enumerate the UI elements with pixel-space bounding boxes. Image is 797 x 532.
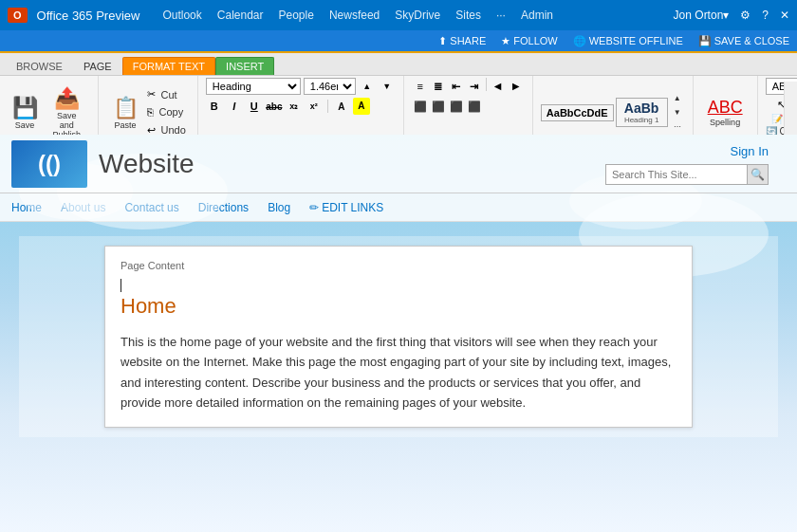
abc-button[interactable]: abc [266, 98, 283, 115]
styles-down-arrow[interactable]: ▼ [670, 106, 685, 119]
ribbon-tabs: BROWSE PAGE FORMAT TEXT INSERT [0, 53, 797, 76]
style-heading1-label: AaBb [624, 101, 659, 116]
content-heading: Home [120, 294, 677, 319]
paste-button[interactable]: 📋 Paste [106, 91, 145, 135]
nav-sites[interactable]: Sites [455, 9, 481, 22]
nav-admin[interactable]: Admin [521, 9, 553, 22]
copy-button[interactable]: Copy [156, 104, 188, 119]
search-bar: 🔍 [605, 164, 769, 185]
style-heading1[interactable]: AaBb Heading 1 [616, 98, 668, 127]
save-button[interactable]: 💾 Save [8, 91, 42, 135]
font-size-select[interactable]: 1.46em· [304, 78, 356, 95]
clipboard-small-buttons: ✂ Cut ⎘ Copy ↩ Undo [147, 86, 190, 139]
nav-people[interactable]: People [279, 9, 314, 22]
underline-button[interactable]: U [246, 98, 263, 115]
nav-about[interactable]: About us [61, 201, 105, 214]
help-icon[interactable]: ? [762, 9, 769, 22]
styles-arrows: ▲ ▼ ⋯ [670, 92, 685, 133]
align-right-button[interactable]: ⬛ [448, 98, 465, 115]
nav-newsfeed[interactable]: Newsfeed [329, 9, 380, 22]
offline-label: WEBSITE OFFLINE [589, 35, 683, 46]
save-close-icon: 💾 [698, 35, 712, 47]
spelling-button[interactable]: ABC Spelling [701, 93, 750, 132]
italic-button[interactable]: I [226, 98, 243, 115]
save-publish-icon: 📤 [54, 86, 80, 111]
nav-directions[interactable]: Directions [198, 201, 249, 214]
decrease-indent-icon: ▼ [379, 78, 396, 95]
align-buttons: ⬛ ⬛ ⬛ ⬛ [412, 98, 483, 115]
save-close-label: SAVE & CLOSE [714, 35, 789, 46]
font-family-select[interactable]: Heading [206, 78, 301, 95]
save-close-button[interactable]: 💾 SAVE & CLOSE [698, 35, 789, 47]
rtl-button[interactable]: ◀ [490, 78, 507, 95]
gear-icon[interactable]: ⚙ [740, 9, 751, 22]
save-icon: 💾 [12, 96, 38, 120]
paste-icon: 📋 [113, 96, 139, 120]
nav-home[interactable]: Home [11, 201, 42, 214]
close-icon[interactable]: ✕ [780, 9, 789, 22]
search-button[interactable]: 🔍 [748, 164, 769, 185]
highlight-button[interactable]: A [353, 98, 370, 115]
tab-format-text[interactable]: FORMAT TEXT [122, 57, 215, 75]
tab-page[interactable]: PAGE [73, 57, 122, 75]
cut-row: ✂ Cut [147, 87, 190, 102]
share-label: SHARE [450, 35, 486, 46]
content-wrapper: Page Content Home This is the home page … [19, 236, 778, 437]
ltr-button[interactable]: ▶ [508, 78, 525, 95]
offline-button[interactable]: 🌐 WEBSITE OFFLINE [573, 35, 683, 47]
site-nav-bar: Home About us Contact us Directions Blog… [0, 193, 797, 222]
font-color-button[interactable]: A [333, 98, 350, 115]
style-heading1-name: Heading 1 [621, 116, 662, 124]
logo-text: (() [38, 151, 61, 177]
align-center-button[interactable]: ⬛ [430, 98, 447, 115]
paste-label: Paste [115, 120, 137, 130]
star-icon: ★ [501, 35, 510, 47]
unordered-list-button[interactable]: ≡ [412, 78, 429, 95]
follow-label: FOLLOW [513, 35, 557, 46]
save-label: Save [15, 120, 35, 130]
nav-more[interactable]: ··· [496, 9, 506, 22]
follow-button[interactable]: ★ FOLLOW [501, 35, 557, 47]
page-content-label: Page Content [120, 260, 677, 271]
style-normal-label: AaBbCcDdE [547, 107, 608, 119]
bold-button[interactable]: B [206, 98, 223, 115]
nav-calendar[interactable]: Calendar [217, 9, 264, 22]
subscript-button[interactable]: x₂ [286, 98, 303, 115]
sign-in-link[interactable]: Sign In [731, 144, 769, 158]
top-nav-right: Jon Orton▾ ⚙ ? ✕ [674, 9, 789, 22]
tab-insert[interactable]: INSERT [215, 57, 274, 75]
app-name: Office 365 Preview [37, 9, 140, 23]
search-input[interactable] [605, 164, 748, 185]
top-nav-links: Outlook Calendar People Newsfeed SkyDriv… [162, 9, 669, 22]
scissors-icon: ✂ [147, 88, 156, 101]
edit-links-button[interactable]: ✏ EDIT LINKS [309, 201, 383, 214]
copy-row: ⎘ Copy [147, 104, 190, 119]
nav-outlook[interactable]: Outlook [162, 9, 201, 22]
tab-browse[interactable]: BROWSE [6, 57, 73, 75]
sign-in-area: Sign In [731, 142, 769, 159]
share-button[interactable]: ⬆ SHARE [438, 35, 486, 47]
separator-1 [327, 100, 328, 113]
outdent-button[interactable]: ⇤ [448, 78, 465, 95]
indent-button[interactable]: ⇥ [466, 78, 483, 95]
spelling-icon: ABC [708, 98, 743, 118]
office-logo: O [8, 8, 28, 23]
nav-contact[interactable]: Contact us [124, 201, 178, 214]
nav-skydrive[interactable]: SkyDrive [395, 9, 440, 22]
content-panel: Page Content Home This is the home page … [104, 246, 693, 428]
user-name[interactable]: Jon Orton▾ [674, 9, 730, 22]
style-normal[interactable]: AaBbCcDdE [541, 104, 614, 121]
ordered-list-button[interactable]: ≣ [430, 78, 447, 95]
nav-blog[interactable]: Blog [268, 201, 290, 214]
cut-button[interactable]: Cut [158, 87, 181, 102]
share-bar: ⬆ SHARE ★ FOLLOW 🌐 WEBSITE OFFLINE 💾 SAV… [0, 30, 797, 53]
align-justify-button[interactable]: ⬛ [466, 98, 483, 115]
pencil-icon: ✏ [309, 201, 319, 214]
site-container: (() Website Sign In 🔍 Home About us Cont… [0, 135, 797, 532]
styles-expand[interactable]: ⋯ [670, 120, 685, 133]
share-icon: ⬆ [438, 35, 447, 47]
list-sep [486, 78, 487, 91]
superscript-button[interactable]: x² [306, 98, 323, 115]
styles-up-arrow[interactable]: ▲ [670, 92, 685, 104]
align-left-button[interactable]: ⬛ [412, 98, 429, 115]
